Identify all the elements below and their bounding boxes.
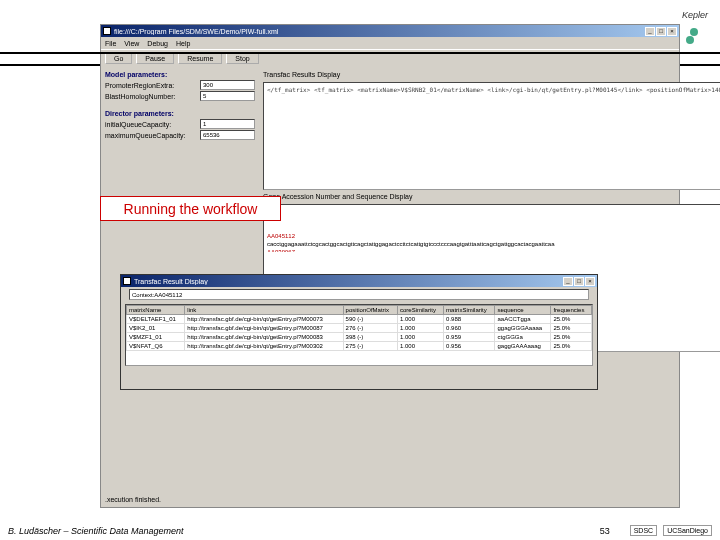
result-window: Transfac Result Display _ □ × matrixName… [120, 274, 598, 390]
maxq-input[interactable] [200, 130, 255, 140]
table-cell: gaggGAAAaaag [495, 342, 551, 351]
table-cell: V$NFAT_Q6 [127, 342, 185, 351]
table-cell: V$IK2_01 [127, 324, 185, 333]
result-titlebar: Transfac Result Display _ □ × [121, 275, 597, 287]
sequence-text: cacctggagaaattctcgcactggcactgttcagctattg… [267, 241, 555, 247]
result-table-wrap: matrixNamelinkpositionOfMatrixcoreSimila… [125, 304, 593, 366]
table-cell: aaACCTgga [495, 315, 551, 324]
table-row[interactable]: V$DELTAEF1_01http://transfac.gbf.de/cgi-… [127, 315, 592, 324]
minimize-button[interactable]: _ [563, 277, 573, 286]
transfac-xml-display: </tf_matrix> <tf_matrix> <matrixName>V$S… [263, 82, 720, 190]
table-cell: ggagGGGAaaaa [495, 324, 551, 333]
go-button[interactable]: Go [105, 53, 132, 64]
menu-help[interactable]: Help [176, 40, 190, 47]
table-cell: http://transfac.gbf.de/cgi-bin/qt/getEnt… [185, 342, 343, 351]
table-cell: http://transfac.gbf.de/cgi-bin/qt/getEnt… [185, 315, 343, 324]
model-params-title: Model parameters: [105, 71, 255, 78]
table-cell: 0.988 [444, 315, 495, 324]
table-cell: 0.959 [444, 333, 495, 342]
window-title: file:///C:/Program Files/SDM/SWE/Demo/PI… [114, 28, 645, 35]
accession-display-label: Gene Accession Number and Sequence Displ… [263, 193, 720, 200]
footer-author: B. Ludäscher – Scientific Data Managemen… [8, 526, 580, 536]
window-icon [103, 27, 111, 35]
table-row[interactable]: V$IK2_01http://transfac.gbf.de/cgi-bin/q… [127, 324, 592, 333]
accession-id: AA045112 [267, 233, 295, 239]
table-header: link [185, 306, 343, 315]
table-header: positionOfMatrix [343, 306, 397, 315]
table-cell: 25.0% [551, 315, 592, 324]
table-row[interactable]: V$MZF1_01http://transfac.gbf.de/cgi-bin/… [127, 333, 592, 342]
resume-button[interactable]: Resume [178, 53, 222, 64]
divider-line [0, 52, 720, 54]
table-cell: http://transfac.gbf.de/cgi-bin/qt/getEnt… [185, 333, 343, 342]
table-cell: 275 (-) [343, 342, 397, 351]
table-cell: 1.000 [397, 315, 443, 324]
table-cell: 276 (-) [343, 324, 397, 333]
table-cell: 1.000 [397, 342, 443, 351]
kepler-icon [686, 28, 706, 48]
table-cell: ctgGGGa [495, 333, 551, 342]
window-icon [123, 277, 131, 285]
maximize-button[interactable]: □ [656, 27, 666, 36]
result-table: matrixNamelinkpositionOfMatrixcoreSimila… [126, 305, 592, 351]
table-row[interactable]: V$NFAT_Q6http://transfac.gbf.de/cgi-bin/… [127, 342, 592, 351]
main-browser-window: file:///C:/Program Files/SDM/SWE/Demo/PI… [100, 24, 680, 508]
table-header: coreSimilarity [397, 306, 443, 315]
sdsc-logo: SDSC [630, 525, 657, 536]
table-header: frequencies [551, 306, 592, 315]
maximize-button[interactable]: □ [574, 277, 584, 286]
menu-debug[interactable]: Debug [147, 40, 168, 47]
blast-input[interactable] [200, 91, 255, 101]
ucsd-logo: UCSanDiego [663, 525, 712, 536]
footer-page: 53 [600, 526, 610, 536]
menu-bar: File View Debug Help [101, 37, 679, 49]
slide-footer: B. Ludäscher – Scientific Data Managemen… [0, 525, 720, 536]
table-cell: 1.000 [397, 333, 443, 342]
menu-view[interactable]: View [124, 40, 139, 47]
table-header: matrixSimilarity [444, 306, 495, 315]
stop-button[interactable]: Stop [226, 53, 258, 64]
table-cell: V$DELTAEF1_01 [127, 315, 185, 324]
annotation-box: Running the workflow [100, 196, 281, 221]
table-cell: http://transfac.gbf.de/cgi-bin/qt/getEnt… [185, 324, 343, 333]
context-label [121, 287, 597, 302]
close-button[interactable]: × [585, 277, 595, 286]
blast-label: BlastHomologNumber: [105, 93, 200, 100]
window-titlebar: file:///C:/Program Files/SDM/SWE/Demo/PI… [101, 25, 679, 37]
table-cell: V$MZF1_01 [127, 333, 185, 342]
context-input[interactable] [129, 289, 589, 300]
table-cell: 0.956 [444, 342, 495, 351]
initq-input[interactable] [200, 119, 255, 129]
result-window-title: Transfac Result Display [134, 278, 563, 285]
menu-file[interactable]: File [105, 40, 116, 47]
pause-button[interactable]: Pause [136, 53, 174, 64]
annotation-text: Running the workflow [124, 201, 258, 217]
table-cell: 25.0% [551, 324, 592, 333]
initq-label: initialQueueCapacity: [105, 121, 200, 128]
maxq-label: maximumQueueCapacity: [105, 132, 200, 139]
kepler-logo-text: Kepler [682, 10, 708, 20]
director-params-title: Director parameters: [105, 110, 255, 117]
promoter-label: PromoterRegionExtra: [105, 82, 200, 89]
promoter-input[interactable] [200, 80, 255, 90]
close-button[interactable]: × [667, 27, 677, 36]
table-cell: 0.960 [444, 324, 495, 333]
table-cell: 1.000 [397, 324, 443, 333]
minimize-button[interactable]: _ [645, 27, 655, 36]
table-cell: 590 (-) [343, 315, 397, 324]
transfac-display-label: Transfac Results Display [263, 71, 720, 78]
table-cell: 25.0% [551, 333, 592, 342]
status-text: .xecution finished. [105, 496, 255, 503]
accession-id: AA039967 [267, 249, 295, 252]
table-header: sequence [495, 306, 551, 315]
table-header: matrixName [127, 306, 185, 315]
table-cell: 398 (-) [343, 333, 397, 342]
table-cell: 25.0% [551, 342, 592, 351]
